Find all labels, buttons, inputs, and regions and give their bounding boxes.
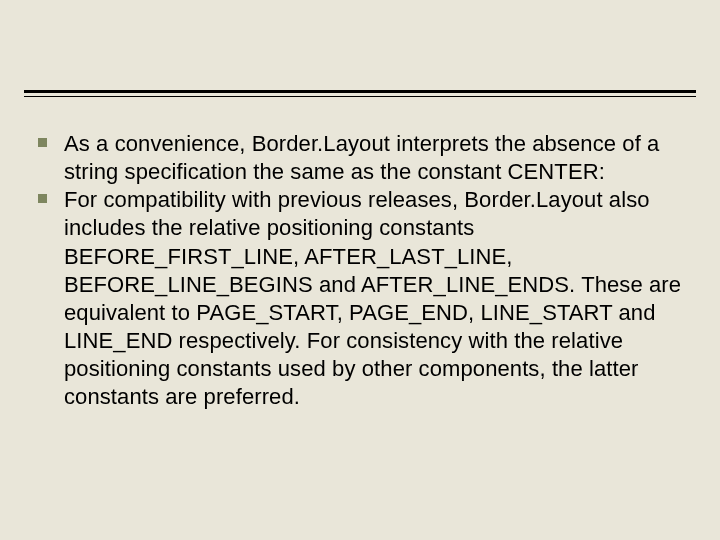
list-item-text: For compatibility with previous releases… <box>64 186 696 411</box>
divider-thick <box>24 90 696 93</box>
bullet-list: As a convenience, Border.Layout interpre… <box>24 130 696 412</box>
square-bullet-icon <box>24 130 64 147</box>
list-item: As a convenience, Border.Layout interpre… <box>24 130 696 186</box>
list-item-text: As a convenience, Border.Layout interpre… <box>64 130 696 186</box>
square-bullet-icon <box>24 186 64 203</box>
divider-thin <box>24 96 696 97</box>
list-item: For compatibility with previous releases… <box>24 186 696 411</box>
